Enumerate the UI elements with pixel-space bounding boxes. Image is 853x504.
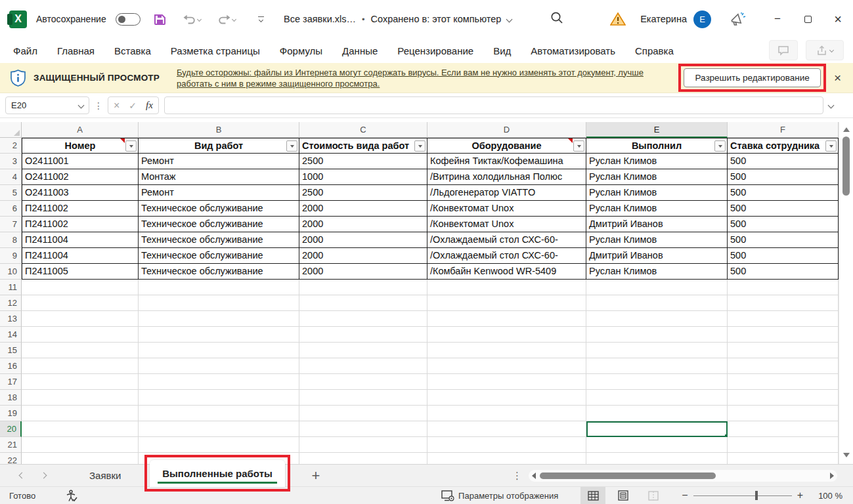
cell-B8[interactable]: Техническое обслуживание bbox=[139, 232, 299, 248]
cell-B20[interactable] bbox=[139, 421, 299, 437]
cell-C4[interactable]: 1000 bbox=[299, 169, 427, 185]
cell-F12[interactable] bbox=[728, 295, 839, 311]
cell-D13[interactable] bbox=[427, 311, 586, 327]
vertical-scrollbar[interactable] bbox=[839, 122, 853, 464]
row-header-6[interactable]: 6 bbox=[0, 201, 22, 217]
maximize-button[interactable] bbox=[793, 0, 823, 38]
cell-D8[interactable]: /Охлаждаемый стол СХС-60- bbox=[427, 232, 586, 248]
cell-E12[interactable] bbox=[586, 295, 728, 311]
cell-B11[interactable] bbox=[139, 280, 299, 295]
fill-handle[interactable] bbox=[724, 434, 728, 437]
cell-B12[interactable] bbox=[139, 295, 299, 311]
user-name[interactable]: Екатерина bbox=[640, 14, 687, 24]
cell-C13[interactable] bbox=[299, 311, 427, 327]
cell-E19[interactable] bbox=[586, 406, 728, 421]
cell-A4[interactable]: О2411002 bbox=[22, 169, 139, 185]
zoom-level[interactable]: 100 % bbox=[808, 491, 842, 501]
ribbon-tab-data[interactable]: Данные bbox=[332, 38, 387, 63]
header-cell-F2[interactable]: Ставка сотрудника bbox=[728, 138, 839, 154]
cell-F5[interactable]: 500 bbox=[728, 185, 839, 201]
redo-dropdown-icon[interactable] bbox=[232, 16, 236, 21]
allow-editing-button[interactable]: Разрешить редактирование bbox=[684, 68, 820, 87]
row-header-3[interactable]: 3 bbox=[0, 154, 22, 169]
cell-A12[interactable] bbox=[22, 295, 139, 311]
cell-C7[interactable]: 2000 bbox=[299, 217, 427, 232]
cell-C18[interactable] bbox=[299, 390, 427, 406]
cell-A3[interactable]: О2411001 bbox=[22, 154, 139, 169]
ribbon-tab-help[interactable]: Справка bbox=[625, 38, 684, 63]
cell-B17[interactable] bbox=[139, 374, 299, 390]
row-header-4[interactable]: 4 bbox=[0, 169, 22, 185]
cell-E6[interactable]: Руслан Климов bbox=[586, 201, 728, 217]
filter-dropdown-button-A[interactable] bbox=[125, 140, 137, 152]
cell-F22[interactable] bbox=[728, 453, 839, 464]
column-header-A[interactable]: A bbox=[22, 122, 139, 138]
row-header-11[interactable]: 11 bbox=[0, 280, 22, 295]
row-header-13[interactable]: 13 bbox=[0, 311, 22, 327]
cell-F17[interactable] bbox=[728, 374, 839, 390]
row-header-18[interactable]: 18 bbox=[0, 390, 22, 406]
cell-F15[interactable] bbox=[728, 343, 839, 358]
saved-status-dropdown-icon[interactable] bbox=[506, 16, 513, 22]
scroll-left-icon[interactable] bbox=[532, 472, 536, 479]
cell-E21[interactable] bbox=[586, 437, 728, 453]
row-header-14[interactable]: 14 bbox=[0, 327, 22, 343]
cell-C14[interactable] bbox=[299, 327, 427, 343]
cell-E5[interactable]: Руслан Климов bbox=[586, 185, 728, 201]
cell-C10[interactable]: 2000 bbox=[299, 264, 427, 280]
zoom-in-button[interactable]: + bbox=[792, 490, 808, 501]
row-header-2[interactable]: 2 bbox=[0, 138, 22, 154]
cell-A21[interactable] bbox=[22, 437, 139, 453]
next-sheet-icon[interactable] bbox=[41, 472, 47, 479]
cell-C19[interactable] bbox=[299, 406, 427, 421]
row-header-22[interactable]: 22 bbox=[0, 453, 22, 464]
scroll-right-icon[interactable] bbox=[830, 472, 834, 479]
cell-F14[interactable] bbox=[728, 327, 839, 343]
cell-F21[interactable] bbox=[728, 437, 839, 453]
cell-D21[interactable] bbox=[427, 437, 586, 453]
header-cell-C2[interactable]: Стоимость вида работ bbox=[299, 138, 427, 154]
cell-E13[interactable] bbox=[586, 311, 728, 327]
cell-C9[interactable]: 2000 bbox=[299, 248, 427, 264]
cell-D6[interactable]: /Конвектомат Unox bbox=[427, 201, 586, 217]
ribbon-tab-review[interactable]: Рецензирование bbox=[387, 38, 483, 63]
new-sheet-button[interactable]: + bbox=[311, 467, 320, 484]
name-box-dropdown-icon[interactable] bbox=[78, 102, 85, 109]
cell-F18[interactable] bbox=[728, 390, 839, 406]
cell-A15[interactable] bbox=[22, 343, 139, 358]
cell-B13[interactable] bbox=[139, 311, 299, 327]
cell-A5[interactable]: О2411003 bbox=[22, 185, 139, 201]
cell-A8[interactable]: П2411004 bbox=[22, 232, 139, 248]
row-header-5[interactable]: 5 bbox=[0, 185, 22, 201]
zoom-slider-thumb[interactable] bbox=[755, 491, 758, 500]
cell-F3[interactable]: 500 bbox=[728, 154, 839, 169]
cell-C11[interactable] bbox=[299, 280, 427, 295]
ribbon-tab-file[interactable]: Файл bbox=[13, 38, 47, 63]
row-header-7[interactable]: 7 bbox=[0, 217, 22, 232]
cell-B5[interactable]: Ремонт bbox=[139, 185, 299, 201]
cell-A9[interactable]: П2411004 bbox=[22, 248, 139, 264]
cell-F4[interactable]: 500 bbox=[728, 169, 839, 185]
cell-E14[interactable] bbox=[586, 327, 728, 343]
ribbon-tab-page-layout[interactable]: Разметка страницы bbox=[161, 38, 270, 63]
cell-A6[interactable]: П2411002 bbox=[22, 201, 139, 217]
cell-E3[interactable]: Руслан Климов bbox=[586, 154, 728, 169]
cell-F19[interactable] bbox=[728, 406, 839, 421]
cell-F16[interactable] bbox=[728, 358, 839, 374]
select-all-corner[interactable] bbox=[0, 122, 22, 138]
row-header-16[interactable]: 16 bbox=[0, 358, 22, 374]
cell-D18[interactable] bbox=[427, 390, 586, 406]
cell-D19[interactable] bbox=[427, 406, 586, 421]
saved-status[interactable]: Сохранено в: этот компьютер bbox=[371, 14, 502, 24]
page-break-preview-button[interactable] bbox=[641, 487, 666, 504]
cell-B10[interactable]: Техническое обслуживание bbox=[139, 264, 299, 280]
cell-B7[interactable]: Техническое обслуживание bbox=[139, 217, 299, 232]
share-button[interactable] bbox=[806, 40, 844, 60]
search-icon[interactable] bbox=[550, 10, 564, 25]
undo-button[interactable] bbox=[182, 13, 202, 25]
quick-access-toolbar-button[interactable] bbox=[257, 16, 265, 22]
cell-E11[interactable] bbox=[586, 280, 728, 295]
cell-D14[interactable] bbox=[427, 327, 586, 343]
cell-B15[interactable] bbox=[139, 343, 299, 358]
ribbon-tab-view[interactable]: Вид bbox=[483, 38, 521, 63]
